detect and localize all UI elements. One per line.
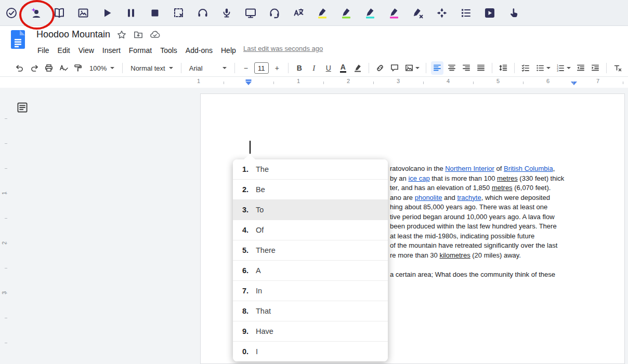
decrease-font-button[interactable]: − [240, 61, 252, 75]
prediction-button[interactable] [29, 7, 42, 19]
doc-text-segment: kilometres [439, 251, 470, 259]
last-edit-link[interactable]: Last edit was seconds ago [243, 45, 323, 52]
italic-button[interactable]: I [308, 61, 320, 75]
talk-and-type-button[interactable] [220, 7, 233, 19]
divider [181, 63, 181, 73]
prediction-item-the[interactable]: 1.The [233, 159, 388, 180]
prediction-item-a[interactable]: 6.A [233, 261, 388, 281]
justify-button[interactable] [475, 61, 487, 75]
text-color-button[interactable]: A [337, 61, 349, 75]
star-icon[interactable] [116, 30, 127, 40]
insert-link-button[interactable] [374, 61, 386, 75]
pinwheel-icon [436, 7, 448, 19]
align-right-icon [462, 63, 471, 73]
highlighter-green-button[interactable] [340, 7, 352, 19]
align-right-button[interactable] [460, 61, 473, 75]
pause-button[interactable] [125, 7, 137, 19]
dictionary-button[interactable] [53, 7, 66, 19]
increase-font-button[interactable]: + [271, 61, 283, 75]
popup-caret [243, 154, 256, 160]
doc-link[interactable]: ice cap [408, 174, 429, 182]
paragraph-style-select[interactable]: Normal text [126, 61, 177, 75]
chevron-down-icon [415, 67, 420, 69]
insert-image-button[interactable] [403, 61, 421, 75]
doc-link[interactable]: trachyte [457, 194, 481, 201]
spellcheck-button[interactable] [57, 61, 70, 75]
doc-text-segment: (20 miles) away. [470, 251, 521, 259]
add-comment-button[interactable] [388, 61, 401, 75]
menu-format[interactable]: Format [125, 45, 156, 56]
numbered-list-button[interactable]: 123 [554, 61, 572, 75]
doc-link[interactable]: British Columbia [504, 165, 553, 172]
first-line-indent-marker[interactable] [246, 79, 252, 81]
prediction-item-i[interactable]: 0.I [233, 342, 388, 361]
docs-logo-icon[interactable] [11, 30, 25, 49]
print-button[interactable] [43, 61, 55, 75]
highlight-color-button[interactable] [351, 61, 364, 75]
stop-button[interactable] [149, 7, 161, 19]
menu-view[interactable]: View [74, 45, 98, 56]
menu-insert[interactable]: Insert [98, 45, 125, 56]
audio-maker-button[interactable] [197, 7, 209, 19]
doc-text-segment: re more than 30 [390, 251, 439, 259]
ruler-tick [5, 143, 7, 144]
menu-file[interactable]: File [33, 45, 54, 56]
doc-link[interactable]: Northern Interior [445, 165, 494, 172]
hover-speech-button[interactable] [268, 7, 281, 19]
play-button[interactable] [101, 7, 113, 19]
translator-button[interactable] [292, 7, 305, 19]
underline-button[interactable]: U [322, 61, 335, 75]
right-indent-marker[interactable] [571, 82, 577, 85]
undo-button[interactable] [14, 61, 26, 75]
zoom-select[interactable]: 100% [85, 61, 119, 75]
cloud-saved-icon[interactable] [150, 30, 160, 40]
screenshot-reader-button[interactable] [173, 7, 185, 19]
highlighter-cyan-button[interactable] [364, 7, 376, 19]
prediction-item-be[interactable]: 2.Be [233, 180, 388, 200]
vocabulary-list-button[interactable] [460, 7, 472, 19]
document-title[interactable]: Hoodoo Mountain [36, 29, 110, 40]
show-outline-button[interactable] [17, 102, 28, 113]
highlighter-yellow-button[interactable] [316, 7, 329, 19]
line-spacing-button[interactable] [497, 61, 509, 75]
prediction-key: 9. [242, 327, 256, 335]
align-center-button[interactable] [446, 61, 458, 75]
left-indent-marker[interactable] [245, 82, 252, 85]
menu-addons[interactable]: Add-ons [181, 45, 217, 56]
picture-dictionary-button[interactable] [77, 7, 89, 19]
picture-icon [77, 7, 89, 19]
doc-link[interactable]: phonolite [415, 194, 442, 201]
checklist-button[interactable] [519, 61, 532, 75]
check-it-button[interactable] [5, 7, 18, 19]
menu-tools[interactable]: Tools [156, 45, 181, 56]
prediction-item-in[interactable]: 7.In [233, 281, 388, 301]
decrease-indent-button[interactable] [574, 61, 587, 75]
redo-button[interactable] [28, 61, 41, 75]
prediction-item-of[interactable]: 4.Of [233, 220, 388, 240]
ruler-tick [5, 193, 7, 194]
clear-formatting-button[interactable] [611, 61, 624, 75]
word-prediction-popup: 1.The2.Be3.To4.Of5.There6.A7.In8.That9.H… [233, 159, 388, 361]
ruler-number: 7 [596, 78, 599, 84]
font-size-input[interactable]: 11 [254, 62, 269, 74]
font-select[interactable]: Arial [185, 61, 231, 75]
bold-button[interactable]: B [293, 61, 306, 75]
increase-indent-button[interactable] [589, 61, 601, 75]
prediction-item-there[interactable]: 5.There [233, 240, 388, 261]
prediction-item-that[interactable]: 8.That [233, 301, 388, 321]
format-toolbar: 100% Normal text Arial − 11 + B I U A 12… [0, 60, 628, 77]
prediction-item-have[interactable]: 9.Have [233, 321, 388, 342]
align-left-button[interactable] [431, 61, 443, 75]
paint-format-button[interactable] [72, 61, 84, 75]
highlighter-pink-button[interactable] [388, 7, 400, 19]
clear-highlights-button[interactable] [412, 7, 424, 19]
menu-edit[interactable]: Edit [54, 45, 74, 56]
bulleted-list-button[interactable] [534, 61, 552, 75]
prediction-item-to[interactable]: 3.To [233, 200, 388, 220]
simplify-button[interactable] [507, 7, 520, 19]
doc-text-segment: been produced within the last few hundre… [390, 222, 557, 230]
move-folder-icon[interactable] [133, 30, 143, 40]
screen-mask-button[interactable] [244, 7, 257, 19]
collect-highlights-button[interactable] [436, 7, 448, 19]
practice-reading-button[interactable] [483, 7, 496, 19]
